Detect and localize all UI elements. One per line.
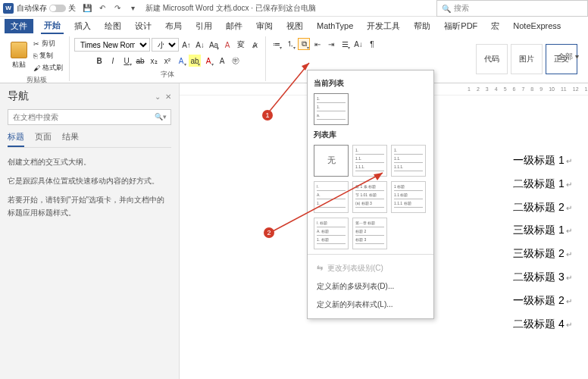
list-preview-2[interactable]: 1.1.1.1.1.1.: [352, 145, 387, 177]
multilevel-list-button[interactable]: ⧉: [298, 38, 310, 50]
list-preview-4[interactable]: I.A.1.: [314, 181, 349, 213]
redo-icon[interactable]: ↷: [112, 3, 123, 14]
bullets-button[interactable]: ≔: [271, 38, 283, 50]
tab-layout[interactable]: 布局: [162, 19, 185, 33]
define-new-list-style[interactable]: 定义新的列表样式(L)...: [314, 296, 427, 314]
paste-label: 粘贴: [12, 60, 26, 70]
phonetic-guide-button[interactable]: A: [221, 39, 233, 51]
paste-button[interactable]: 粘贴: [9, 40, 29, 71]
list-none[interactable]: 无: [314, 145, 349, 177]
list-preview-8[interactable]: 第一章 标题标题 2标题 3: [352, 218, 387, 249]
list-preview-5[interactable]: 第 1 条 标题节 1.01 标题(a) 标题 3: [352, 181, 387, 213]
tab-developer[interactable]: 开发工具: [364, 19, 403, 33]
nav-tab-pages[interactable]: 页面: [35, 131, 52, 147]
tab-mailings[interactable]: 邮件: [223, 19, 246, 33]
document-title: 新建 Microsoft Word 文档.docx · 已保存到这台电脑: [145, 3, 316, 14]
tab-design[interactable]: 设计: [132, 19, 155, 33]
search-dropdown-icon[interactable]: 🔍▾: [155, 113, 167, 121]
increase-indent-button[interactable]: ⇥: [325, 38, 337, 50]
cut-button[interactable]: ✂剪切: [32, 38, 64, 49]
undo-icon[interactable]: ↶: [97, 3, 108, 14]
clipboard-group: 粘贴 ✂剪切 ⎘复制 🖌格式刷 剪贴板: [5, 36, 70, 81]
current-list-preview[interactable]: 1.1.a.: [314, 93, 349, 125]
doc-line[interactable]: 二级标题 2↵: [513, 196, 588, 219]
doc-line[interactable]: 三级标题 1↵: [513, 218, 588, 242]
search-box[interactable]: 🔍 搜索: [436, 0, 588, 17]
tab-help[interactable]: 帮助: [411, 19, 433, 33]
nav-tab-results[interactable]: 结果: [62, 131, 79, 147]
tab-draw[interactable]: 绘图: [102, 19, 124, 33]
tab-insert[interactable]: 插入: [71, 19, 94, 33]
style-pic[interactable]: 图片: [511, 44, 543, 74]
asian-layout-button[interactable]: ☰: [339, 38, 351, 50]
tab-review[interactable]: 审阅: [253, 19, 276, 33]
scissors-icon: ✂: [33, 40, 39, 48]
nav-search-input[interactable]: [8, 109, 171, 125]
ribbon: 粘贴 ✂剪切 ⎘复制 🖌格式刷 剪贴板 Times New Roman 小四 A…: [0, 35, 588, 83]
char-shading-button[interactable]: A: [216, 55, 228, 67]
show-marks-button[interactable]: ¶: [366, 38, 378, 50]
search-placeholder: 搜索: [454, 3, 469, 14]
tab-mathtype[interactable]: MathType: [314, 20, 356, 32]
enclose-char-button[interactable]: ㊥: [230, 55, 242, 67]
superscript-button[interactable]: x²: [161, 55, 174, 67]
bold-button[interactable]: B: [93, 55, 105, 67]
tab-macro[interactable]: 宏: [488, 19, 502, 33]
doc-line[interactable]: 二级标题 1↵: [513, 172, 588, 196]
brush-icon: 🖌: [33, 64, 40, 72]
list-preview-6[interactable]: 1 标题1.1 标题1.1.1 标题: [391, 181, 426, 213]
tab-view[interactable]: 视图: [283, 19, 306, 33]
font-color-button[interactable]: A: [202, 55, 214, 67]
nav-title: 导航: [8, 89, 29, 103]
list-preview-7[interactable]: I. 标题A. 标题1. 标题: [314, 218, 349, 249]
tab-foxit[interactable]: 福昕PDF: [441, 19, 480, 33]
current-list-heading: 当前列表: [314, 78, 427, 89]
change-case-button[interactable]: Aa: [208, 39, 220, 51]
font-name-select[interactable]: Times New Roman: [74, 38, 150, 52]
tab-file[interactable]: 文件: [5, 19, 33, 33]
clear-format-button[interactable]: A̷: [249, 39, 261, 51]
doc-line[interactable]: 二级标题 4↵: [513, 312, 588, 336]
nav-help-text: 创建文档的交互式大纲。 它是跟踪具体位置或快速移动内容的好方式。 若要开始，请转…: [8, 155, 171, 219]
chevron-down-icon[interactable]: ⌄: [155, 92, 161, 101]
word-app-icon: W: [3, 3, 14, 14]
text-effects-button[interactable]: A: [175, 55, 187, 67]
autosave-label: 自动保存: [17, 3, 47, 14]
italic-button[interactable]: I: [107, 55, 119, 67]
grow-font-button[interactable]: A↑: [180, 39, 192, 51]
doc-line[interactable]: 三级标题 2↵: [513, 242, 588, 265]
subscript-button[interactable]: x₂: [148, 55, 160, 67]
save-icon[interactable]: 💾: [82, 3, 92, 14]
style-code[interactable]: 代码: [476, 44, 508, 74]
ribbon-tabs: 文件 开始 插入 绘图 设计 布局 引用 邮件 审阅 视图 MathType 开…: [0, 17, 588, 35]
doc-line[interactable]: 二级标题 3↵: [513, 265, 588, 289]
underline-button[interactable]: U: [120, 55, 133, 67]
close-icon[interactable]: ✕: [165, 92, 171, 101]
list-preview-3[interactable]: 1.1.1.1.1.1.: [391, 145, 426, 177]
shrink-font-button[interactable]: A↓: [194, 39, 206, 51]
format-painter-label: 格式刷: [42, 63, 63, 73]
char-border-button[interactable]: 変: [235, 39, 247, 51]
strike-button[interactable]: ab: [134, 55, 146, 67]
qat-dropdown-icon[interactable]: ▾: [127, 3, 138, 14]
styles-all-dropdown[interactable]: 全部 ▾: [558, 52, 579, 62]
doc-line[interactable]: 一级标题 2↵: [513, 289, 588, 312]
autosave-toggle[interactable]: 自动保存 关: [17, 3, 76, 14]
numbering-button[interactable]: ⒈: [284, 38, 296, 50]
define-new-multilevel[interactable]: 定义新的多级列表(D)...: [314, 277, 427, 296]
format-painter-button[interactable]: 🖌格式刷: [32, 62, 64, 74]
decrease-indent-button[interactable]: ⇤: [311, 38, 324, 50]
tab-home[interactable]: 开始: [41, 18, 64, 34]
tab-noteexpress[interactable]: NoteExpress: [510, 20, 564, 32]
font-size-select[interactable]: 小四: [152, 38, 179, 52]
copy-icon: ⎘: [33, 52, 37, 60]
doc-line[interactable]: 一级标题 1↵: [513, 149, 588, 172]
annotation-badge-2: 2: [264, 227, 274, 238]
sort-button[interactable]: A↓: [352, 38, 364, 50]
copy-button[interactable]: ⎘复制: [32, 50, 64, 61]
cut-label: 剪切: [42, 39, 55, 49]
quick-access-toolbar: 💾 ↶ ↷ ▾: [82, 3, 138, 14]
highlight-button[interactable]: ab: [189, 55, 201, 67]
tab-references[interactable]: 引用: [192, 19, 215, 33]
nav-tab-headings[interactable]: 标题: [8, 131, 24, 147]
